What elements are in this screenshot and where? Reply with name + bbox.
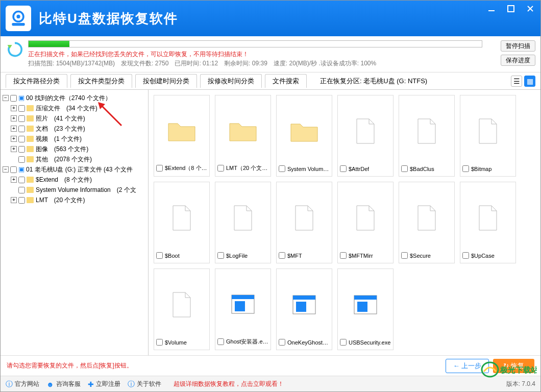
grid-item[interactable]: $Boot [154, 182, 210, 263]
item-checkbox[interactable] [217, 338, 224, 345]
grid-item[interactable]: USBSecurity.exe [337, 268, 394, 350]
item-checkbox[interactable] [340, 339, 347, 346]
grid-view-button[interactable]: ▦ [524, 76, 535, 87]
grid-item[interactable]: $Extend（8 个文... [154, 95, 210, 177]
tree-checkbox[interactable] [18, 105, 25, 112]
tree-checkbox[interactable] [18, 146, 25, 153]
tab-by-path[interactable]: 按文件路径分类 [6, 74, 67, 88]
expand-icon[interactable]: + [11, 126, 17, 132]
grid-item[interactable]: LMT（20 个文件） [215, 95, 271, 177]
customer-service-link[interactable]: ☻咨询客服 [46, 380, 81, 388]
official-site-link[interactable]: ⓘ官方网站 [6, 380, 39, 389]
grid-item[interactable]: $MFT [276, 182, 332, 263]
grid-item[interactable]: $LogFile [215, 182, 271, 263]
expand-icon[interactable]: + [11, 197, 17, 203]
tab-by-create-time[interactable]: 按创建时间分类 [135, 74, 197, 88]
item-checkbox[interactable] [401, 165, 408, 172]
grid-item[interactable]: $AttrDef [337, 95, 394, 177]
folder-icon [27, 126, 34, 132]
expand-icon[interactable]: + [11, 115, 17, 121]
tree-checkbox[interactable] [18, 177, 25, 183]
save-progress-button[interactable]: 保存进度 [501, 55, 535, 66]
status-warning: 正在扫描文件，如果已经找到您丢失的文件，可以立即恢复，不用等待扫描结束！ [28, 50, 497, 59]
item-checkbox[interactable] [340, 165, 347, 172]
expand-icon[interactable]: + [11, 136, 17, 142]
item-checkbox[interactable] [340, 252, 347, 259]
tab-file-search[interactable]: 文件搜索 [265, 74, 307, 88]
expand-icon[interactable]: + [11, 146, 17, 152]
file-icon [171, 205, 192, 231]
item-checkbox[interactable] [156, 252, 163, 259]
tree-lmt[interactable]: LMT (20 个文件) [36, 195, 85, 205]
folder-icon [228, 118, 258, 143]
tree-usb-drive[interactable]: 01 老毛桃U盘 (G:) 正常文件 (43 个文件 [26, 164, 133, 175]
grid-item[interactable]: $Bitmap [460, 95, 516, 177]
svg-rect-2 [12, 23, 24, 26]
main-area: −▣00 找到的文件（2740 个文件） +压缩文件 (34 个文件) +照片 … [1, 90, 540, 355]
item-checkbox[interactable] [279, 165, 285, 172]
status-bar: 正在扫描文件，如果已经找到您丢失的文件，可以立即恢复，不用等待扫描结束！ 扫描范… [1, 36, 540, 72]
grid-item[interactable]: $Volume [154, 268, 210, 350]
tree-checkbox[interactable] [10, 95, 17, 102]
grid-item[interactable]: Ghost安装器.exe [215, 268, 271, 350]
item-checkbox[interactable] [217, 165, 224, 172]
file-icon [355, 205, 376, 231]
tree-checkbox[interactable] [18, 197, 25, 204]
tree-docs[interactable]: 文档 (23 个文件) [36, 124, 85, 134]
tree-video[interactable]: 视频 (1 个文件) [36, 134, 82, 144]
file-icon [171, 291, 192, 318]
pause-scan-button[interactable]: 暂停扫描 [501, 40, 535, 52]
version-label: 版本: 7.0.4 [506, 380, 535, 388]
file-tree[interactable]: −▣00 找到的文件（2740 个文件） +压缩文件 (34 个文件) +照片 … [1, 90, 149, 355]
register-link[interactable]: ✚立即注册 [88, 380, 120, 388]
svg-rect-3 [488, 10, 495, 11]
item-checkbox[interactable] [217, 252, 224, 259]
svg-rect-12 [293, 296, 315, 300]
minimize-button[interactable] [486, 4, 497, 14]
grid-item[interactable]: System Volume In... [276, 95, 332, 177]
item-checkbox[interactable] [401, 252, 408, 259]
user-icon: ✚ [88, 380, 94, 388]
expand-icon[interactable]: + [11, 105, 17, 111]
about-link[interactable]: ⓘ关于软件 [128, 380, 161, 389]
tree-checkbox[interactable] [10, 166, 17, 173]
item-checkbox[interactable] [279, 339, 285, 346]
item-checkbox[interactable] [462, 165, 469, 172]
tutorial-link[interactable]: 超级详细数据恢复教程，点击立即观看！ [174, 380, 284, 388]
tree-checkbox[interactable] [18, 115, 25, 122]
maximize-button[interactable] [506, 4, 516, 14]
app-title: 比特U盘数据恢复软件 [39, 10, 486, 28]
svg-rect-13 [296, 302, 306, 312]
grid-item[interactable]: $UpCase [460, 182, 516, 263]
drive-icon: ▣ [18, 93, 24, 103]
item-checkbox[interactable] [156, 339, 163, 346]
tab-by-type[interactable]: 按文件类型分类 [70, 74, 132, 88]
tree-archives[interactable]: 压缩文件 (34 个文件) [36, 103, 97, 113]
expand-icon[interactable]: − [3, 166, 9, 173]
tree-extend[interactable]: $Extend (8 个文件) [36, 175, 92, 185]
tree-checkbox[interactable] [18, 136, 25, 142]
grid-item[interactable]: $Secure [399, 182, 455, 263]
grid-item[interactable]: $BadClus [399, 95, 455, 177]
grid-item[interactable]: OneKeyGhost.exe [276, 268, 332, 350]
close-button[interactable] [525, 4, 535, 14]
tree-sysvol[interactable]: System Volume Information (2 个文 [36, 185, 136, 195]
folder-icon [27, 105, 34, 111]
tree-checkbox[interactable] [18, 126, 25, 132]
tab-by-modify-time[interactable]: 按修改时间分类 [200, 74, 262, 88]
expand-icon[interactable]: − [3, 95, 9, 101]
expand-icon[interactable]: + [11, 177, 17, 183]
item-checkbox[interactable] [462, 252, 469, 259]
item-checkbox[interactable] [279, 252, 285, 259]
list-view-button[interactable]: ☰ [511, 76, 522, 87]
grid-item[interactable]: $MFTMirr [337, 182, 394, 263]
tree-other[interactable]: 其他 (2078 个文件) [36, 154, 92, 164]
item-checkbox[interactable] [156, 165, 163, 172]
tree-photos[interactable]: 照片 (41 个文件) [36, 113, 85, 124]
svg-text:极光下载站: 极光下载站 [500, 365, 537, 374]
tree-checkbox[interactable] [18, 156, 25, 163]
tree-found-files[interactable]: 00 找到的文件（2740 个文件） [26, 93, 111, 103]
tree-images[interactable]: 图像 (563 个文件) [36, 144, 88, 154]
svg-rect-15 [354, 296, 377, 300]
tree-checkbox[interactable] [18, 187, 25, 193]
